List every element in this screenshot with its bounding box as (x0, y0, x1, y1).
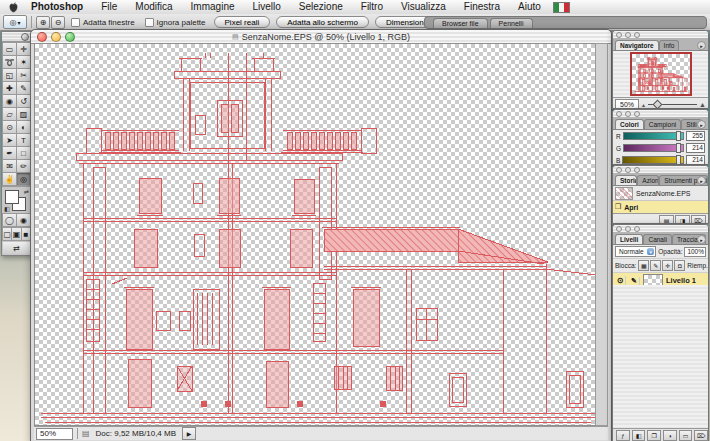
fit-on-screen-button[interactable]: Adatta allo schermo (276, 16, 369, 28)
brush-tool[interactable]: ✎ (17, 82, 30, 94)
lock-pixels-button[interactable]: ✎ (650, 260, 661, 271)
blend-mode-select[interactable]: Normale ▾ (615, 246, 656, 257)
green-slider[interactable] (623, 144, 684, 152)
close-button[interactable] (37, 32, 47, 42)
zoom-out-mountain-icon[interactable]: ▲ (641, 102, 646, 108)
slice-tool[interactable]: ✂ (17, 69, 30, 81)
palette-close-icon[interactable] (616, 111, 622, 117)
palette-close-icon[interactable] (616, 167, 622, 173)
palette-minimize-icon[interactable] (625, 167, 631, 173)
jump-to-imageready-button[interactable]: ⇄ (3, 242, 30, 254)
dodge-tool[interactable]: ◐ (17, 121, 30, 133)
tab-campioni[interactable]: Campioni (644, 119, 681, 129)
palette-menu-button[interactable]: ▸ (697, 41, 706, 50)
new-group-button[interactable]: ❒ (647, 430, 661, 441)
palette-close-icon[interactable] (616, 32, 622, 38)
new-layer-button[interactable]: ▭ (679, 430, 693, 441)
magic-wand-tool[interactable]: ✶ (17, 56, 30, 68)
actual-pixels-button[interactable]: Pixel reali (214, 16, 271, 28)
minimize-button[interactable] (51, 32, 61, 42)
eyedropper-tool[interactable]: ✏ (17, 160, 30, 172)
foreground-color-swatch[interactable] (5, 190, 19, 204)
palette-header[interactable] (613, 31, 708, 39)
tab-info[interactable]: Info (659, 40, 680, 50)
palette-zoom-icon[interactable] (634, 111, 640, 117)
palette-minimize-icon[interactable] (625, 226, 631, 232)
menu-item[interactable]: Finestra (455, 0, 509, 14)
tab-canali[interactable]: Canali (643, 234, 671, 244)
palette-menu-button[interactable]: ▸ (697, 235, 706, 244)
navigator-zoom-slider[interactable] (648, 104, 697, 105)
menu-item[interactable]: Immagine (182, 0, 244, 14)
palette-header[interactable] (613, 225, 708, 233)
zoom-in-mode-button[interactable]: ⊕ (36, 16, 50, 29)
navigator-proxy-view[interactable] (630, 52, 692, 96)
standard-screen-button[interactable]: ▢ (3, 228, 11, 240)
palette-minimize-icon[interactable] (625, 111, 631, 117)
slider-thumb[interactable] (652, 100, 662, 109)
fullscreen-menubar-button[interactable]: ▣ (12, 228, 20, 240)
hand-tool[interactable]: ✌ (3, 173, 16, 185)
standard-mode-button[interactable]: ◯ (3, 214, 16, 226)
swap-colors-icon[interactable]: ⇄ (24, 188, 29, 195)
tab-brushes[interactable]: Pennelli (490, 18, 533, 28)
lasso-tool[interactable]: ➰ (3, 56, 16, 68)
tab-colori[interactable]: Colori (615, 119, 644, 129)
shape-tool[interactable]: □ (17, 147, 30, 159)
red-value-field[interactable]: 255 (686, 131, 705, 141)
menu-item[interactable]: Livello (244, 0, 290, 14)
healing-brush-tool[interactable]: ✚ (3, 82, 16, 94)
crop-tool[interactable]: ◱ (3, 69, 16, 81)
tab-azioni[interactable]: Azioni (637, 175, 659, 185)
new-doc-from-state-button[interactable]: ▤ (659, 215, 674, 225)
toolbox-header[interactable] (2, 32, 31, 42)
tab-storia[interactable]: Storia (615, 175, 637, 185)
move-tool[interactable]: ✛ (17, 43, 30, 55)
lock-transparency-button[interactable]: ▦ (638, 260, 649, 271)
menu-item[interactable]: Selezione (290, 0, 352, 14)
layer-mask-button[interactable]: ◧ (632, 430, 646, 441)
history-state-row[interactable]: ❒ Apri (613, 201, 708, 213)
history-snapshot-row[interactable]: SenzaNome.EPS (613, 186, 708, 201)
blur-tool[interactable]: ⊙ (3, 121, 16, 133)
palette-zoom-icon[interactable] (634, 167, 640, 173)
palette-zoom-icon[interactable] (634, 226, 640, 232)
canvas-area[interactable] (34, 43, 597, 426)
red-slider[interactable] (623, 132, 684, 140)
eraser-tool[interactable]: ▱ (3, 108, 16, 120)
palette-header[interactable] (613, 166, 708, 174)
menu-item[interactable]: Visualizza (392, 0, 455, 14)
rectangular-marquee-tool[interactable]: ▭ (3, 43, 16, 55)
menu-item[interactable]: Filtro (352, 0, 392, 14)
palette-menu-button[interactable]: ▸ (697, 176, 706, 185)
palette-menu-button[interactable]: ▸ (697, 120, 706, 129)
path-selection-tool[interactable]: ➤ (3, 134, 16, 146)
fullscreen-button[interactable]: ■ (22, 228, 30, 240)
apple-menu-icon[interactable] (9, 2, 18, 13)
layer-style-button[interactable]: ƒ (616, 430, 630, 441)
gradient-tool[interactable]: ▨ (17, 108, 30, 120)
tab-navigatore[interactable]: Navigatore (615, 40, 659, 50)
tab-livelli[interactable]: Livelli (615, 234, 643, 244)
pen-tool[interactable]: ✒ (3, 147, 16, 159)
blue-slider[interactable] (622, 156, 684, 164)
window-title-bar[interactable]: ▤ SenzaNome.EPS @ 50% (Livello 1, RGB) (31, 30, 611, 44)
current-tool-preview[interactable]: ◎▾ (3, 15, 27, 29)
notes-tool[interactable]: ✉ (3, 160, 16, 172)
zoom-tool[interactable]: ◎ (17, 173, 30, 185)
quick-mask-button[interactable]: ◉ (17, 214, 30, 226)
status-menu-button[interactable]: ▶ (182, 427, 196, 440)
menu-item[interactable]: Photoshop (22, 0, 92, 14)
visibility-eye-icon[interactable]: ⊙ (615, 276, 626, 285)
zoom-out-mode-button[interactable]: ⊖ (51, 16, 65, 29)
zoom-window-button[interactable] (65, 32, 75, 42)
blue-value-field[interactable]: 214 (686, 155, 705, 165)
delete-state-button[interactable]: ⌦ (691, 215, 706, 225)
type-tool[interactable]: T (17, 134, 30, 146)
lock-position-button[interactable]: ✛ (662, 260, 673, 271)
delete-layer-button[interactable]: ⌦ (694, 430, 708, 441)
tab-file-browser[interactable]: Browser file (433, 18, 488, 28)
ignore-palettes-checkbox[interactable]: Ignora palette (145, 18, 206, 27)
adjustment-layer-button[interactable]: ◑ (663, 430, 677, 441)
clone-stamp-tool[interactable]: ◉ (3, 95, 16, 107)
